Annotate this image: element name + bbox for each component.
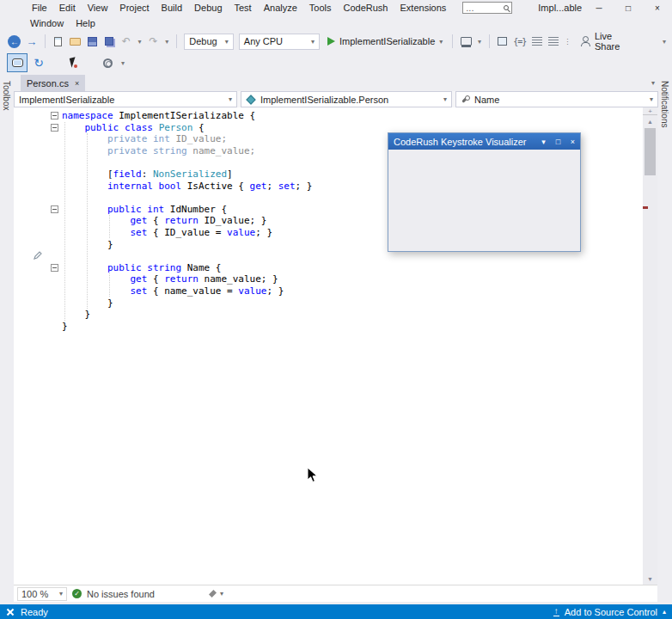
debug-windows-dropdown[interactable]: ▾ (475, 34, 484, 49)
maximize-icon[interactable]: □ (551, 133, 565, 150)
debug-windows-button[interactable] (458, 34, 473, 49)
code-token: internal (107, 181, 153, 192)
tab-label: Person.cs (27, 78, 69, 89)
toolbar-overflow-button[interactable]: ⋮ (563, 34, 571, 49)
code-token: } (62, 321, 68, 332)
toggle-lines-button-1[interactable] (529, 34, 545, 49)
close-button[interactable]: × (643, 0, 672, 15)
source-control-button[interactable]: ↑ Add to Source Control ▴ (553, 607, 666, 617)
window-position-icon[interactable]: ▾ (536, 133, 551, 150)
scrollbar-thumb[interactable] (645, 128, 656, 175)
coderush-toolbar-dropdown[interactable]: ▾ (119, 55, 127, 70)
coderush-toolbar: ↻ ▾ (0, 52, 672, 74)
fold-toggle-icon[interactable] (51, 124, 58, 132)
fold-toggle-icon[interactable] (51, 264, 58, 272)
quick-search-box[interactable]: ... (462, 2, 512, 14)
code-line-1[interactable]: namespace ImplementISerializable { (62, 110, 643, 122)
open-file-button[interactable] (67, 34, 82, 49)
code-token (153, 122, 159, 133)
close-icon[interactable]: × (565, 133, 580, 150)
menu-tools[interactable]: Tools (303, 0, 338, 15)
project-dropdown[interactable]: ImplementISerializable ▾ (14, 91, 237, 107)
menu-bar-row2: WindowHelp (0, 15, 672, 31)
code-line-13[interactable] (62, 250, 643, 262)
refresh-button[interactable]: ↻ (31, 55, 46, 70)
tab-list-dropdown[interactable]: ▾ (651, 79, 655, 87)
code-line-19[interactable]: } (62, 321, 643, 333)
menu-debug[interactable]: Debug (188, 0, 228, 15)
scrollbar-split-handle[interactable]: + (643, 107, 657, 115)
tab-close-icon[interactable]: × (75, 79, 79, 88)
member-dropdown[interactable]: Name ▾ (455, 91, 658, 107)
menu-file[interactable]: File (26, 0, 53, 15)
menu-help[interactable]: Help (70, 15, 101, 31)
code-line-15[interactable]: get { return name_value; } (62, 273, 643, 285)
scroll-down-icon[interactable]: ▼ (643, 573, 657, 585)
menu-window[interactable]: Window (24, 15, 70, 31)
code-line-18[interactable]: } (62, 309, 643, 321)
maximize-button[interactable]: □ (614, 0, 643, 15)
editor-navigation-bar: ImplementISerializable ▾ ImplementISeria… (14, 91, 658, 107)
source-control-label: Add to Source Control (565, 607, 657, 617)
menu-extensions[interactable]: Extensions (394, 0, 453, 15)
menu-edit[interactable]: Edit (53, 0, 82, 15)
code-line-16[interactable]: set { name_value = value; } (62, 285, 643, 297)
keystroke-visualizer-window[interactable]: CodeRush Keystroke Visualizer ▾ □ × (388, 132, 581, 252)
gear-icon (103, 58, 113, 68)
code-token: ] (227, 169, 233, 180)
fold-toggle-icon[interactable] (51, 205, 58, 213)
navigate-forward-button[interactable]: → (24, 34, 40, 49)
menu-project[interactable]: Project (113, 0, 155, 15)
new-file-button[interactable] (51, 34, 66, 49)
lines-icon (548, 37, 559, 46)
save-all-button[interactable] (101, 34, 117, 49)
type-dropdown[interactable]: ImplementISerializable.Person ▾ (241, 91, 452, 107)
toolbar-options-chevron[interactable]: ▾ (660, 34, 669, 49)
toolbar-divider (489, 34, 490, 48)
menu-view[interactable]: View (82, 0, 114, 15)
code-token: string (147, 262, 181, 273)
code-cleanup-button[interactable]: ▾ (209, 590, 223, 598)
menu-coderush[interactable]: CodeRush (338, 0, 394, 15)
menu-test[interactable]: Test (229, 0, 258, 15)
fold-toggle-icon[interactable] (51, 112, 58, 120)
code-line-14[interactable]: public string Name { (62, 262, 643, 274)
redo-dropdown[interactable]: ▾ (162, 34, 171, 49)
undo-dropdown[interactable]: ▾ (136, 34, 144, 49)
main-menu: FileEditViewProjectBuildDebugTestAnalyze… (26, 0, 452, 15)
code-token (153, 181, 159, 192)
toggle-lines-button-2[interactable] (546, 34, 561, 49)
code-line-17[interactable]: } (62, 297, 643, 310)
code-token: field (113, 169, 142, 180)
keystroke-visualizer-titlebar[interactable]: CodeRush Keystroke Visualizer ▾ □ × (388, 133, 580, 150)
live-share-button[interactable]: Live Share (575, 33, 645, 50)
code-token (147, 133, 153, 144)
undo-button[interactable]: ↶ (119, 34, 134, 49)
code-token: [ (62, 169, 113, 180)
code-token: Name { (181, 262, 221, 273)
keystroke-visualizer-toggle[interactable] (7, 53, 27, 72)
issues-status-text: No issues found (87, 589, 155, 599)
platform-combo[interactable]: Any CPU ▾ (239, 34, 320, 50)
notifications-panel-tab[interactable]: Notifications (658, 74, 672, 585)
start-debugging-button[interactable]: ImplementISerializable ▾ (323, 33, 447, 50)
project-name: ImplementISerializable (19, 95, 114, 105)
find-in-files-button[interactable] (495, 34, 510, 49)
zoom-level-combo[interactable]: 100 % ▾ (17, 587, 67, 601)
menu-build[interactable]: Build (156, 0, 188, 15)
code-token (62, 204, 107, 215)
navigate-back-button[interactable]: ← (7, 34, 22, 49)
save-button[interactable] (84, 34, 100, 49)
debug-target-combo[interactable]: Debug ▾ (184, 34, 234, 50)
minimize-button[interactable]: ─ (584, 0, 614, 15)
toolbox-panel-tab[interactable]: Toolbox (0, 74, 14, 585)
scroll-up-icon[interactable]: ▲ (643, 116, 657, 127)
menu-analyze[interactable]: Analyze (258, 0, 303, 15)
selection-tool-button[interactable] (65, 55, 81, 70)
vertical-scrollbar[interactable]: + ▲ ▼ (643, 107, 657, 585)
format-document-button[interactable]: {=} (512, 34, 528, 49)
coderush-settings-button[interactable] (100, 55, 115, 70)
tab-person-cs[interactable]: Person.cs × (21, 75, 85, 91)
code-token: ; (266, 181, 278, 192)
redo-button[interactable]: ↷ (146, 34, 162, 49)
